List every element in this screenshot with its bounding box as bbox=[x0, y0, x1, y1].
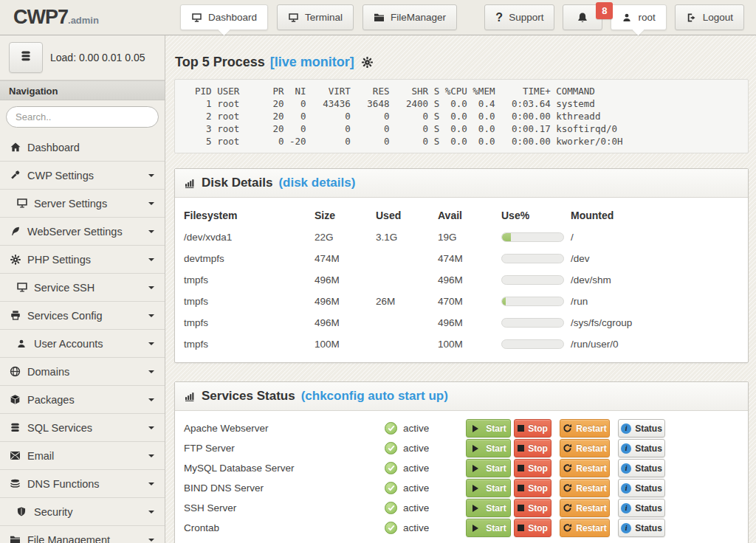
cell-mounted: /run bbox=[571, 296, 748, 307]
play-icon bbox=[472, 465, 482, 472]
status-button[interactable]: iStatus bbox=[618, 459, 665, 477]
sidebar-item-dashboard[interactable]: Dashboard bbox=[0, 134, 165, 162]
user-button[interactable]: root bbox=[611, 4, 666, 30]
status-button[interactable]: iStatus bbox=[618, 479, 665, 497]
cell-avail: 474M bbox=[438, 253, 501, 264]
live-monitor-link[interactable]: [live monitor] bbox=[270, 55, 354, 70]
filemanager-button[interactable]: FileManager bbox=[362, 4, 457, 30]
stop-button[interactable]: Stop bbox=[514, 459, 551, 477]
cube-icon bbox=[10, 394, 27, 405]
sidebar-item-cwp-settings[interactable]: CWP Settings bbox=[0, 162, 165, 190]
sidebar-item-services-config[interactable]: Services Config bbox=[0, 302, 165, 330]
support-button[interactable]: ? Support bbox=[484, 4, 554, 30]
restart-button[interactable]: Restart bbox=[560, 519, 610, 537]
check-circle-icon bbox=[385, 522, 397, 534]
sidebar-item-service-ssh[interactable]: Service SSH bbox=[0, 274, 165, 302]
chkconfig-link[interactable]: (chkconfig auto start up) bbox=[301, 389, 448, 404]
play-icon bbox=[472, 425, 482, 432]
start-button[interactable]: Start bbox=[466, 439, 511, 457]
start-button[interactable]: Start bbox=[466, 459, 511, 477]
sidebar-item-domains[interactable]: Domains bbox=[0, 358, 165, 386]
list-item: SSH Server active Start Stop Restart iSt… bbox=[175, 498, 748, 518]
sidebar-item-label: Domains bbox=[27, 366, 148, 378]
chevron-down-icon bbox=[148, 174, 154, 180]
cell-filesystem: tmpfs bbox=[184, 274, 315, 286]
logout-button-label: Logout bbox=[703, 12, 733, 23]
list-item: Crontab active Start Stop Restart iStatu… bbox=[175, 518, 748, 538]
filemanager-button-label: FileManager bbox=[391, 12, 446, 23]
restart-button[interactable]: Restart bbox=[560, 419, 610, 437]
sidebar-item-label: PHP Settings bbox=[27, 254, 148, 266]
sidebar-item-dns-functions[interactable]: DNS Functions bbox=[0, 470, 165, 498]
restart-button[interactable]: Restart bbox=[560, 499, 610, 517]
chevron-down-icon bbox=[148, 258, 154, 264]
cell-filesystem: devtmpfs bbox=[184, 253, 315, 264]
gear-icon[interactable] bbox=[361, 56, 374, 69]
sidebar-item-user-accounts[interactable]: User Accounts bbox=[0, 330, 165, 358]
status-badge: active bbox=[403, 522, 429, 533]
start-button[interactable]: Start bbox=[466, 499, 511, 517]
notification-badge[interactable]: 8 bbox=[596, 2, 613, 19]
top-header: CWP7.admin Dashboard Terminal FileManage… bbox=[0, 0, 756, 35]
service-name: MySQL Database Server bbox=[184, 463, 385, 474]
monitor-icon bbox=[288, 13, 299, 23]
logout-button[interactable]: Logout bbox=[675, 4, 744, 30]
usage-progress-bar bbox=[501, 297, 564, 306]
stop-button[interactable]: Stop bbox=[514, 439, 551, 457]
sidebar-item-email[interactable]: Email bbox=[0, 442, 165, 470]
start-button[interactable]: Start bbox=[466, 479, 511, 497]
feather-icon bbox=[10, 226, 27, 237]
load-button[interactable] bbox=[9, 42, 43, 73]
dashboard-button-label: Dashboard bbox=[208, 12, 257, 23]
sidebar-item-webserver-settings[interactable]: WebServer Settings bbox=[0, 218, 165, 246]
sidebar-item-php-settings[interactable]: PHP Settings bbox=[0, 246, 165, 274]
refresh-icon bbox=[563, 503, 572, 513]
start-button[interactable]: Start bbox=[466, 519, 511, 537]
restart-button[interactable]: Restart bbox=[560, 439, 610, 457]
sidebar-item-security[interactable]: Security bbox=[0, 498, 165, 526]
terminal-button[interactable]: Terminal bbox=[277, 4, 354, 30]
disk-details-link[interactable]: (disk details) bbox=[278, 176, 355, 190]
chevron-down-icon bbox=[148, 202, 154, 208]
stop-icon bbox=[518, 485, 524, 491]
search-wrap bbox=[0, 100, 165, 134]
sidebar-item-file-management[interactable]: File Management bbox=[0, 526, 165, 543]
restart-button[interactable]: Restart bbox=[560, 459, 610, 477]
start-button[interactable]: Start bbox=[466, 419, 511, 437]
cell-mounted: /dev/shm bbox=[571, 274, 748, 286]
monitor-icon bbox=[16, 198, 34, 209]
cell-size: 496M bbox=[315, 296, 376, 307]
list-item: BIND DNS Server active Start Stop Restar… bbox=[175, 478, 748, 498]
sidebar-item-packages[interactable]: Packages bbox=[0, 386, 165, 414]
info-icon: i bbox=[621, 503, 631, 513]
status-button[interactable]: iStatus bbox=[618, 519, 665, 537]
navigation-title: Navigation bbox=[0, 80, 165, 100]
check-circle-icon bbox=[385, 462, 397, 474]
sidebar-item-label: Email bbox=[27, 450, 148, 462]
sidebar-item-label: Server Settings bbox=[34, 198, 148, 210]
tools-icon bbox=[10, 170, 27, 181]
stop-button[interactable]: Stop bbox=[514, 519, 551, 537]
stop-button[interactable]: Stop bbox=[514, 499, 551, 517]
stop-button[interactable]: Stop bbox=[514, 419, 551, 437]
disk-details-title: Disk Details bbox=[202, 176, 272, 190]
refresh-icon bbox=[563, 443, 572, 453]
status-button[interactable]: iStatus bbox=[618, 439, 665, 457]
restart-button[interactable]: Restart bbox=[560, 479, 610, 497]
monitor-icon bbox=[16, 282, 34, 293]
gear-icon bbox=[10, 254, 27, 266]
service-name: FTP Server bbox=[184, 443, 385, 454]
sidebar-item-server-settings[interactable]: Server Settings bbox=[0, 190, 165, 218]
status-button[interactable]: iStatus bbox=[618, 419, 665, 437]
services-table: Apache Webserver active Start Stop Resta… bbox=[175, 411, 748, 543]
stop-icon bbox=[518, 425, 524, 432]
dashboard-button[interactable]: Dashboard bbox=[180, 4, 268, 30]
status-badge: active bbox=[403, 463, 429, 474]
stop-button[interactable]: Stop bbox=[514, 479, 551, 497]
search-input[interactable] bbox=[6, 106, 159, 128]
status-button[interactable]: iStatus bbox=[618, 499, 665, 517]
top-process-title: Top 5 Process bbox=[175, 55, 265, 70]
logo-suffix: .admin bbox=[68, 15, 99, 26]
user-icon bbox=[622, 13, 632, 23]
sidebar-item-sql-services[interactable]: SQL Services bbox=[0, 414, 165, 442]
